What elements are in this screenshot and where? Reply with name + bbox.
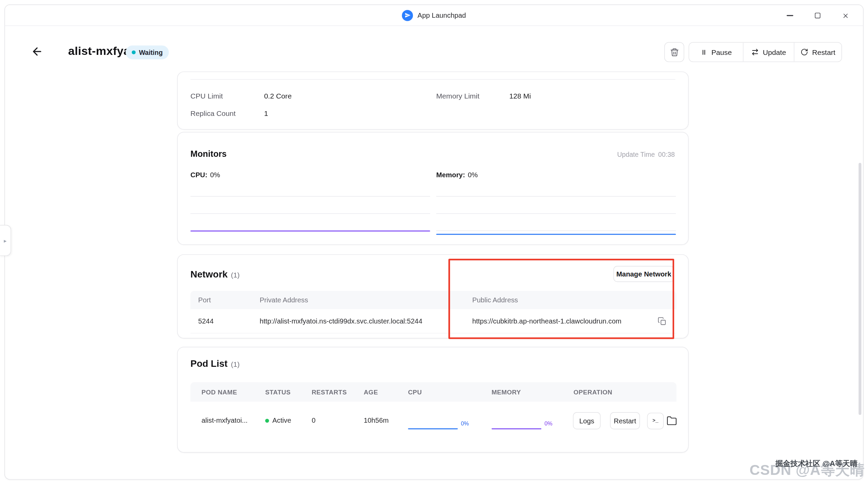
terminal-button[interactable]: >_ — [647, 413, 664, 430]
arrow-left-icon — [31, 45, 43, 58]
col-pod-name: POD NAME — [202, 382, 237, 402]
memory-label: Memory: — [436, 171, 465, 179]
restore-button[interactable] — [808, 7, 828, 24]
app-action-group: Pause Update Restart — [689, 42, 842, 62]
chevron-right-icon: ▸ — [4, 237, 6, 243]
swap-arrows-icon — [751, 48, 759, 56]
col-age: AGE — [364, 382, 378, 402]
vertical-scrollbar-thumb[interactable] — [858, 163, 861, 415]
replica-count-value: 1 — [264, 109, 268, 117]
sidebar-expand-toggle[interactable]: ▸ — [0, 225, 11, 256]
col-memory: MEMORY — [492, 382, 521, 402]
network-title-text: Network — [190, 269, 228, 280]
pause-button[interactable]: Pause — [689, 43, 743, 61]
minimize-icon — [787, 15, 793, 16]
file-manager-button[interactable] — [667, 416, 677, 426]
pod-table-row: alist-mxfyatoi... Active 0 10h56m 0% 0% … — [190, 402, 677, 440]
pod-status-label: Active — [273, 417, 291, 424]
back-button[interactable] — [30, 44, 44, 59]
memory-limit-label: Memory Limit — [436, 92, 480, 100]
status-badge-label: Waiting — [139, 48, 163, 56]
col-port: Port — [198, 291, 211, 309]
cpu-limit-value: 0.2 Core — [264, 92, 292, 100]
restart-icon — [801, 48, 808, 56]
update-time-value: 00:38 — [658, 151, 675, 159]
active-dot-icon — [265, 419, 269, 422]
status-badge: Waiting — [126, 45, 169, 59]
update-time-label: Update Time — [617, 151, 655, 159]
col-public-address: Public Address — [472, 291, 518, 309]
pod-memory-chart: 0% — [492, 413, 554, 437]
memory-usage-chart — [436, 188, 676, 238]
memory-value: 0% — [468, 171, 478, 179]
terminal-icon: >_ — [652, 418, 658, 424]
col-operation: OPERATION — [574, 382, 613, 402]
pod-status: Active — [265, 417, 291, 424]
pod-name: alist-mxfyatoi... — [202, 417, 248, 424]
logs-button[interactable]: Logs — [573, 412, 601, 429]
manage-network-button[interactable]: Manage Network — [614, 266, 675, 282]
status-dot-icon — [132, 50, 136, 54]
titlebar-app-identity: App Launchpad — [402, 10, 466, 21]
pause-icon — [700, 48, 708, 56]
private-address-value: http://alist-mxfyatoi.ns-ctdi99dx.svc.cl… — [260, 309, 422, 333]
network-card: Network(1) Manage Network Port Private A… — [177, 254, 689, 339]
monitors-update-time: Update Time00:38 — [617, 151, 675, 159]
pod-memory-chart-line — [492, 428, 541, 429]
folder-icon — [667, 416, 677, 426]
trash-icon — [669, 47, 679, 57]
col-status: STATUS — [265, 382, 291, 402]
pod-restarts: 0 — [312, 417, 315, 424]
network-table-header: Port Private Address Public Address — [190, 291, 677, 309]
network-title: Network(1) — [190, 269, 240, 281]
col-cpu: CPU — [408, 382, 422, 402]
public-address-value: https://cubkitrb.ap-northeast-1.clawclou… — [472, 309, 621, 333]
network-table-row: 5244 http://alist-mxfyatoi.ns-ctdi99dx.s… — [190, 309, 677, 334]
memory-chart-line — [436, 234, 676, 235]
memory-limit-value: 128 Mi — [509, 92, 531, 100]
pod-list-card: Pod List(1) POD NAME STATUS RESTARTS AGE… — [177, 347, 689, 452]
network-count: (1) — [231, 271, 240, 279]
pod-cpu-chart: 0% — [408, 413, 470, 437]
config-divider — [190, 79, 676, 80]
port-value: 5244 — [198, 309, 214, 333]
window-title: App Launchpad — [418, 11, 466, 19]
pod-list-title-text: Pod List — [190, 358, 228, 369]
page-header: alist-mxfyatoi Waiting Pause Update — [5, 26, 863, 70]
screen: App Launchpad alist-mxfyatoi — [0, 0, 868, 481]
cpu-label: CPU: — [190, 171, 207, 179]
copy-public-address-button[interactable] — [656, 315, 668, 328]
restart-button[interactable]: Restart — [794, 43, 841, 61]
close-button[interactable] — [835, 7, 855, 24]
minimize-button[interactable] — [780, 7, 800, 24]
watermark-juejin: 掘金技术社区 @A等天晴 — [775, 459, 857, 469]
update-button-label: Update — [763, 48, 786, 56]
config-card: CPU Limit 0.2 Core Memory Limit 128 Mi R… — [177, 72, 689, 130]
update-button[interactable]: Update — [743, 43, 794, 61]
titlebar: App Launchpad — [5, 5, 863, 26]
monitors-card: Monitors Update Time00:38 CPU:0% Memory:… — [177, 132, 689, 245]
pod-list-title: Pod List(1) — [190, 358, 240, 370]
pod-cpu-value: 0% — [461, 420, 469, 426]
pod-list-count: (1) — [231, 360, 240, 368]
copy-icon — [658, 317, 667, 326]
app-window: App Launchpad alist-mxfyatoi — [4, 4, 864, 480]
delete-app-button[interactable] — [664, 42, 684, 62]
pod-table-header: POD NAME STATUS RESTARTS AGE CPU MEMORY … — [190, 382, 677, 402]
replica-count-label: Replica Count — [190, 109, 236, 117]
monitors-title: Monitors — [190, 149, 227, 159]
pod-cpu-chart-line — [408, 428, 458, 429]
col-private-address: Private Address — [260, 291, 308, 309]
cpu-chart-line — [190, 230, 430, 231]
close-icon — [842, 12, 849, 19]
memory-monitor-label: Memory:0% — [436, 171, 478, 179]
pause-button-label: Pause — [711, 48, 732, 56]
cpu-monitor-label: CPU:0% — [190, 171, 220, 179]
cpu-value: 0% — [210, 171, 220, 179]
cpu-usage-chart — [190, 188, 430, 238]
paper-plane-icon — [402, 10, 413, 21]
pod-memory-value: 0% — [544, 420, 552, 426]
restart-button-label: Restart — [812, 48, 835, 56]
cpu-limit-label: CPU Limit — [190, 92, 223, 100]
pod-restart-button[interactable]: Restart — [610, 412, 640, 429]
